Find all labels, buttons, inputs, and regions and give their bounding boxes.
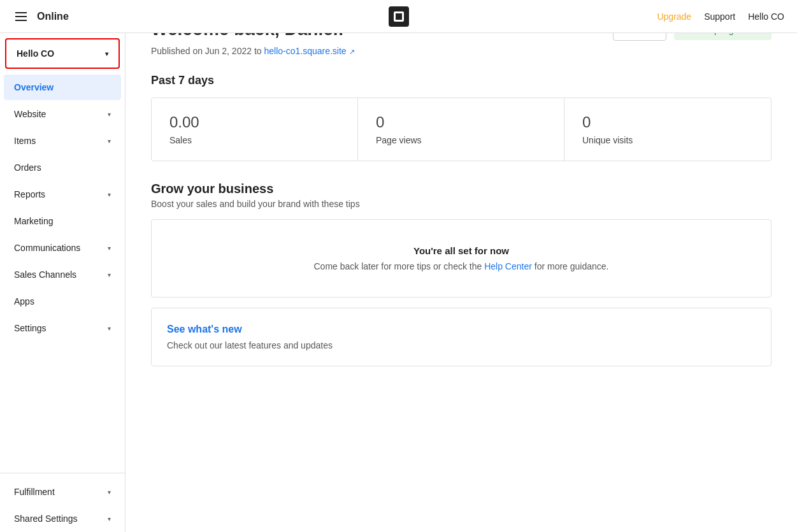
upgrade-link[interactable]: Upgrade bbox=[657, 11, 691, 22]
stat-label-visits: Unique visits bbox=[582, 135, 753, 145]
stats-grid: 0.00 Sales 0 Page views 0 Unique visits bbox=[151, 97, 772, 161]
whats-new-text: Check out our latest features and update… bbox=[167, 340, 756, 350]
sidebar-label-items: Items bbox=[14, 136, 36, 146]
stat-card-pageviews: 0 Page views bbox=[358, 98, 564, 161]
grow-subtitle: Boost your sales and build your brand wi… bbox=[151, 199, 772, 209]
site-link[interactable]: hello-co1.square.site ↗ bbox=[264, 46, 354, 56]
sidebar-item-items[interactable]: Items ▾ bbox=[4, 128, 121, 154]
stat-card-sales: 0.00 Sales bbox=[152, 98, 358, 161]
square-logo bbox=[389, 6, 409, 27]
stats-title: Past 7 days bbox=[151, 74, 772, 87]
published-link-text: hello-co1.square.site bbox=[264, 46, 346, 56]
store-selector[interactable]: Hello CO ▾ bbox=[5, 38, 120, 69]
top-nav: Online Upgrade Support Hello CO bbox=[0, 0, 797, 33]
sidebar-label-apps: Apps bbox=[14, 296, 34, 306]
main-content: Welcome back, Daniel! Edit site Acceptin… bbox=[126, 0, 797, 385]
sidebar-nav: Overview Website ▾ Items ▾ Orders Report… bbox=[0, 74, 125, 341]
external-link-icon: ↗ bbox=[349, 48, 355, 55]
sidebar-item-website[interactable]: Website ▾ bbox=[4, 101, 121, 127]
nav-right: Upgrade Support Hello CO bbox=[657, 11, 784, 22]
sidebar-label-marketing: Marketing bbox=[14, 216, 53, 226]
sidebar-label-overview: Overview bbox=[14, 82, 54, 92]
user-menu[interactable]: Hello CO bbox=[748, 11, 784, 22]
sidebar-item-apps[interactable]: Apps bbox=[4, 289, 121, 314]
sidebar-label-reports: Reports bbox=[14, 189, 45, 199]
chevron-down-icon: ▾ bbox=[108, 191, 111, 198]
all-set-title: You're all set for now bbox=[167, 245, 756, 256]
sidebar-item-overview[interactable]: Overview bbox=[4, 75, 121, 100]
stat-value-visits: 0 bbox=[582, 113, 753, 131]
sidebar-item-communications[interactable]: Communications ▾ bbox=[4, 235, 121, 261]
sidebar-item-reports[interactable]: Reports ▾ bbox=[4, 182, 121, 207]
all-set-text-before: Come back later for more tips or check t… bbox=[314, 261, 482, 271]
all-set-text-after: for more guidance. bbox=[535, 261, 609, 271]
published-line: Published on Jun 2, 2022 to hello-co1.sq… bbox=[151, 46, 772, 56]
store-name: Hello CO bbox=[17, 48, 54, 59]
nav-center bbox=[389, 6, 409, 27]
chevron-down-icon: ▾ bbox=[108, 111, 111, 118]
stat-value-sales: 0.00 bbox=[169, 113, 340, 131]
nav-brand: Online bbox=[37, 11, 69, 22]
sidebar-label-communications: Communications bbox=[14, 243, 80, 253]
sidebar-label-sales-channels: Sales Channels bbox=[14, 270, 76, 280]
sidebar-item-marketing[interactable]: Marketing bbox=[4, 208, 121, 234]
all-set-text: Come back later for more tips or check t… bbox=[167, 261, 756, 271]
chevron-down-icon: ▾ bbox=[108, 325, 111, 332]
sidebar: Hello CO ▾ Overview Website ▾ Items ▾ Or… bbox=[0, 33, 126, 385]
hamburger-menu[interactable] bbox=[13, 10, 29, 24]
sidebar-label-website: Website bbox=[14, 109, 46, 119]
sidebar-item-sales-channels[interactable]: Sales Channels ▾ bbox=[4, 262, 121, 287]
square-logo-inner bbox=[394, 11, 404, 22]
chevron-down-icon: ▾ bbox=[108, 138, 111, 145]
stat-value-pageviews: 0 bbox=[376, 113, 546, 131]
sidebar-label-settings: Settings bbox=[14, 323, 47, 333]
stat-label-sales: Sales bbox=[169, 135, 340, 145]
chevron-down-icon: ▾ bbox=[108, 271, 111, 278]
help-center-link[interactable]: Help Center bbox=[484, 261, 532, 271]
sidebar-item-orders[interactable]: Orders bbox=[4, 155, 121, 180]
stat-label-pageviews: Page views bbox=[376, 135, 546, 145]
published-text: Published on Jun 2, 2022 to bbox=[151, 46, 262, 56]
grow-title: Grow your business bbox=[151, 182, 772, 196]
chevron-down-icon: ▾ bbox=[108, 245, 111, 252]
nav-left: Online bbox=[13, 10, 69, 24]
whats-new-title[interactable]: See what's new bbox=[167, 324, 756, 335]
sidebar-spacer bbox=[0, 341, 125, 385]
chevron-down-icon: ▾ bbox=[105, 50, 108, 57]
stat-card-visits: 0 Unique visits bbox=[564, 98, 771, 161]
all-set-card: You're all set for now Come back later f… bbox=[151, 219, 772, 298]
sidebar-item-settings[interactable]: Settings ▾ bbox=[4, 315, 121, 341]
support-link[interactable]: Support bbox=[704, 11, 735, 22]
sidebar-label-orders: Orders bbox=[14, 162, 41, 173]
whats-new-card: See what's new Check out our latest feat… bbox=[151, 308, 772, 366]
